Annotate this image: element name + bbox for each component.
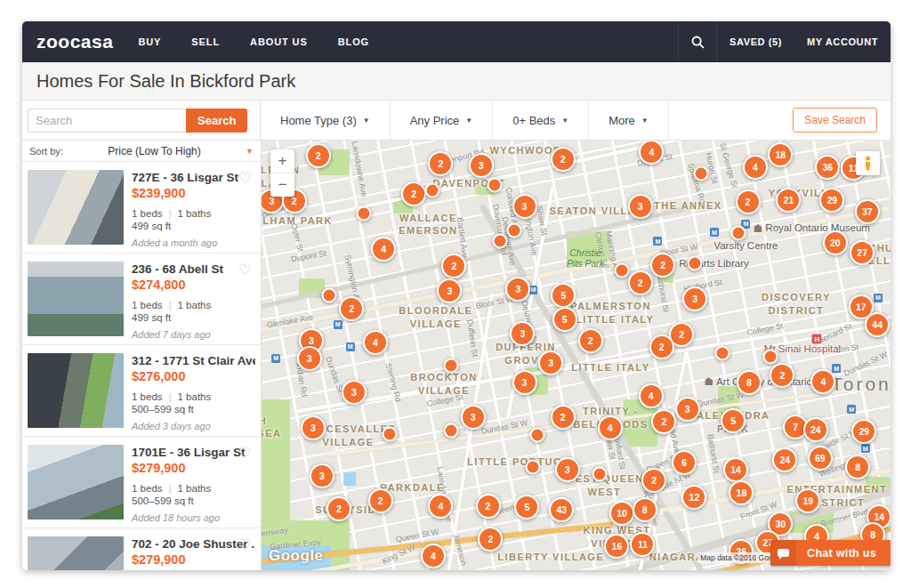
map-marker[interactable] bbox=[443, 358, 458, 374]
map-marker[interactable]: 3 bbox=[301, 415, 326, 440]
sort-value[interactable]: Price (Low To High) bbox=[108, 145, 200, 157]
map-marker[interactable]: 2 bbox=[478, 527, 503, 552]
map-marker[interactable]: 2 bbox=[441, 254, 466, 278]
map-marker[interactable]: 18 bbox=[768, 142, 793, 167]
favorite-heart-icon[interactable]: ♡ bbox=[238, 537, 252, 552]
map-marker[interactable]: 3 bbox=[505, 277, 530, 302]
saved-link[interactable]: SAVED (5) bbox=[717, 36, 794, 47]
map-marker[interactable]: 2 bbox=[327, 496, 351, 521]
sort-row[interactable]: Sort by: Price (Low To High) ▼ bbox=[22, 141, 261, 162]
listing-card[interactable]: 236 - 68 Abell St$274,8001 beds|1 baths4… bbox=[22, 254, 261, 345]
map-marker[interactable]: 3 bbox=[555, 457, 580, 482]
map-marker[interactable] bbox=[715, 346, 730, 361]
map-marker[interactable]: 2 bbox=[339, 296, 364, 321]
map-marker[interactable]: 4 bbox=[743, 155, 768, 180]
map-marker[interactable]: 4 bbox=[428, 494, 453, 519]
map-marker[interactable]: 27 bbox=[850, 240, 875, 265]
map-marker[interactable]: 14 bbox=[723, 457, 748, 482]
map-marker[interactable]: 4 bbox=[639, 141, 664, 165]
map-marker[interactable]: 4 bbox=[810, 369, 835, 394]
chat-with-us-button[interactable]: Chat with us bbox=[770, 540, 891, 566]
map-marker[interactable]: 2 bbox=[551, 405, 576, 430]
map-marker[interactable]: 43 bbox=[549, 497, 574, 522]
map-marker[interactable]: 3 bbox=[512, 194, 537, 219]
filter-dropdown[interactable]: 0+ Beds▼ bbox=[493, 101, 589, 140]
nav-link-sell[interactable]: SELL bbox=[191, 36, 220, 47]
map-marker[interactable]: 5 bbox=[551, 283, 576, 308]
map-marker[interactable]: 2 bbox=[476, 494, 501, 519]
map-marker[interactable] bbox=[492, 234, 507, 249]
map-marker[interactable]: 8 bbox=[633, 497, 657, 522]
map-marker[interactable]: 29 bbox=[851, 419, 876, 444]
search-icon-button[interactable] bbox=[678, 21, 717, 62]
map-marker[interactable]: 19 bbox=[795, 488, 820, 513]
map-marker[interactable]: 4 bbox=[371, 237, 396, 262]
map-marker[interactable]: 2 bbox=[736, 189, 761, 214]
map-marker[interactable]: 2 bbox=[641, 468, 666, 493]
zoom-in-button[interactable]: + bbox=[270, 149, 294, 173]
map-marker[interactable]: 2 bbox=[428, 151, 453, 176]
map-marker[interactable]: 20 bbox=[823, 230, 848, 255]
map-marker[interactable] bbox=[529, 428, 544, 443]
map-marker[interactable] bbox=[694, 166, 709, 181]
map-marker[interactable]: 8 bbox=[845, 455, 870, 479]
nav-link-about-us[interactable]: ABOUT US bbox=[250, 36, 308, 47]
map-marker[interactable]: 3 bbox=[675, 397, 700, 422]
filter-dropdown[interactable]: More▼ bbox=[589, 101, 669, 140]
map-marker[interactable]: 24 bbox=[803, 417, 828, 442]
map-marker[interactable]: 5 bbox=[721, 408, 746, 433]
map-marker[interactable]: 4 bbox=[421, 544, 446, 568]
map-canvas[interactable]: Lansdowne AveDavenport RdDupont StDupont… bbox=[262, 141, 891, 570]
map-marker[interactable]: 3 bbox=[297, 346, 322, 371]
map-marker[interactable]: 3 bbox=[538, 350, 563, 375]
map-marker[interactable]: 2 bbox=[628, 270, 653, 295]
map-marker[interactable]: 2 bbox=[578, 328, 603, 353]
zoom-out-button[interactable]: − bbox=[270, 173, 294, 197]
map-marker[interactable]: 3 bbox=[469, 153, 494, 178]
map-marker[interactable]: 2 bbox=[306, 143, 331, 168]
map-marker[interactable] bbox=[592, 467, 607, 482]
map-marker[interactable]: 4 bbox=[598, 415, 623, 440]
map-marker[interactable] bbox=[525, 459, 540, 474]
save-search-button[interactable]: Save Search bbox=[793, 108, 877, 133]
map-marker[interactable]: 4 bbox=[639, 383, 664, 408]
map-marker[interactable]: 2 bbox=[650, 253, 675, 278]
map-marker[interactable]: 5 bbox=[514, 495, 539, 520]
map-marker[interactable]: 21 bbox=[776, 188, 801, 213]
map-marker[interactable] bbox=[356, 206, 371, 222]
map-marker[interactable] bbox=[730, 226, 746, 241]
map-marker[interactable]: 24 bbox=[772, 447, 797, 472]
map-marker[interactable] bbox=[321, 287, 336, 302]
pegman-control[interactable] bbox=[856, 151, 880, 175]
filter-dropdown[interactable]: Home Type (3)▼ bbox=[261, 101, 391, 140]
map-marker[interactable]: 3 bbox=[628, 194, 653, 219]
search-input[interactable] bbox=[28, 109, 186, 133]
map-marker[interactable]: 29 bbox=[819, 188, 844, 213]
map-marker[interactable]: 8 bbox=[737, 370, 762, 395]
map-marker[interactable]: 36 bbox=[815, 155, 840, 180]
listing-card[interactable]: 727E - 36 Lisgar St$239,9001 beds|1 bath… bbox=[22, 162, 261, 254]
map-marker[interactable]: 2 bbox=[368, 488, 393, 513]
map-marker[interactable]: 2 bbox=[651, 409, 676, 434]
nav-link-blog[interactable]: BLOG bbox=[338, 36, 369, 47]
map-marker[interactable]: 3 bbox=[437, 278, 462, 303]
map-marker[interactable]: 2 bbox=[770, 363, 794, 388]
favorite-heart-icon[interactable]: ♡ bbox=[238, 262, 252, 278]
map-marker[interactable]: 37 bbox=[855, 199, 880, 224]
map-marker[interactable] bbox=[688, 255, 703, 270]
favorite-heart-icon[interactable]: ♡ bbox=[238, 354, 252, 369]
listing-card[interactable]: 1701E - 36 Lisgar St$279,9001 beds|1 bat… bbox=[22, 437, 261, 528]
map-marker[interactable]: 3 bbox=[310, 463, 335, 488]
nav-link-buy[interactable]: BUY bbox=[138, 36, 161, 47]
map-marker[interactable]: 5 bbox=[552, 307, 577, 332]
map-marker[interactable]: 69 bbox=[808, 446, 833, 471]
map-marker[interactable]: 3 bbox=[512, 370, 537, 395]
listing-card[interactable]: 312 - 1771 St Clair Ave...$276,0001 beds… bbox=[22, 345, 261, 437]
map-marker[interactable]: 2 bbox=[551, 147, 576, 172]
favorite-heart-icon[interactable]: ♡ bbox=[238, 171, 252, 186]
map-marker[interactable] bbox=[506, 223, 521, 238]
map-marker[interactable] bbox=[762, 349, 778, 364]
map-marker[interactable] bbox=[424, 183, 439, 198]
map-marker[interactable]: 6 bbox=[672, 450, 697, 475]
map-marker[interactable] bbox=[488, 178, 503, 193]
